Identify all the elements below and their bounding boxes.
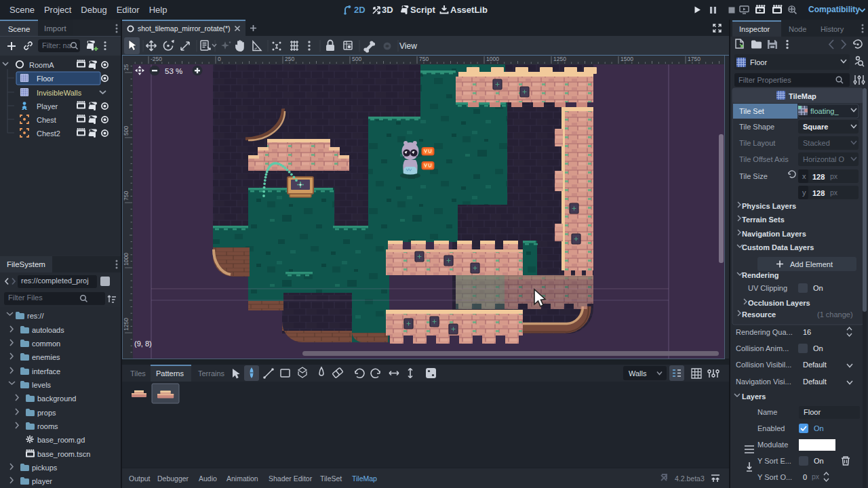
svg-text:Y Sort O...: Y Sort O... [757, 473, 792, 481]
svg-text:-250: -250 [151, 56, 162, 62]
svg-text:128: 128 [812, 173, 825, 181]
svg-text:750: 750 [419, 56, 429, 62]
svg-text:Shader Editor: Shader Editor [269, 474, 313, 483]
svg-text:res://: res:// [27, 312, 44, 320]
svg-text:1250: 1250 [553, 56, 566, 62]
svg-text:View: View [399, 41, 417, 51]
svg-text:base_room.gd: base_room.gd [37, 436, 85, 444]
svg-text:Walls: Walls [629, 369, 647, 378]
svg-text:1250: 1250 [123, 318, 130, 331]
svg-text:History: History [821, 25, 844, 33]
svg-text:1000: 1000 [123, 253, 130, 266]
svg-text:UV Clipping: UV Clipping [748, 284, 787, 292]
svg-text:Rendering: Rendering [742, 271, 778, 279]
svg-text:Modulate: Modulate [757, 441, 788, 449]
svg-text:player: player [32, 477, 52, 485]
svg-text:Tiles: Tiles [130, 369, 146, 378]
svg-text:53 %: 53 % [165, 67, 182, 75]
svg-text:Animation: Animation [226, 474, 258, 483]
svg-text:Floor: Floor [37, 75, 54, 83]
svg-text:16: 16 [803, 328, 811, 336]
svg-text:Default: Default [803, 361, 827, 369]
svg-text:props: props [37, 409, 56, 417]
svg-text:Add Element: Add Element [790, 260, 833, 268]
svg-text:Tile Shape: Tile Shape [739, 123, 774, 131]
svg-text:0: 0 [218, 56, 221, 62]
svg-text:Patterns: Patterns [156, 369, 184, 378]
svg-text:250: 250 [123, 64, 130, 70]
svg-text:enemies: enemies [32, 353, 60, 361]
svg-text:Collision Anim...: Collision Anim... [736, 344, 789, 352]
svg-text:TileMap: TileMap [352, 474, 377, 483]
svg-text:Filter Properties: Filter Properties [738, 76, 791, 84]
svg-text:Navigation Visi...: Navigation Visi... [736, 378, 791, 386]
svg-text:Inspector: Inspector [739, 25, 770, 33]
svg-text:levels: levels [32, 381, 52, 389]
svg-text:TileSet: TileSet [320, 474, 342, 483]
svg-text:x: x [802, 172, 806, 180]
svg-text:px: px [830, 172, 838, 180]
svg-text:base_room.tscn: base_room.tscn [37, 450, 90, 458]
svg-text:px: px [830, 188, 838, 197]
svg-text:On: On [813, 284, 823, 292]
svg-text:Collision Visibil...: Collision Visibil... [736, 361, 791, 369]
svg-text:RoomA: RoomA [29, 61, 54, 69]
svg-text:InvisibleWalls: InvisibleWalls [37, 89, 82, 97]
svg-text:Default: Default [803, 378, 827, 386]
svg-text:TileMap: TileMap [789, 92, 816, 100]
svg-text:Debugger: Debugger [157, 474, 189, 483]
svg-text:Floor: Floor [750, 58, 767, 66]
svg-text:Layers: Layers [742, 392, 766, 401]
svg-text:Tile Size: Tile Size [739, 172, 768, 180]
svg-text:Stacked: Stacked [803, 139, 830, 147]
svg-text:interface: interface [32, 367, 60, 375]
svg-text:500: 500 [352, 56, 361, 62]
svg-text:Y Sort E...: Y Sort E... [757, 457, 791, 465]
svg-text:0: 0 [803, 473, 807, 481]
svg-text:background: background [37, 394, 77, 403]
svg-text:(1 change): (1 change) [817, 310, 853, 319]
svg-text:(9, 8): (9, 8) [134, 340, 152, 348]
svg-text:Terrain Sets: Terrain Sets [742, 216, 785, 224]
svg-text:px: px [812, 472, 820, 481]
svg-text:On: On [813, 344, 823, 352]
svg-text:Navigation Layers: Navigation Layers [742, 230, 806, 238]
svg-text:1000: 1000 [486, 56, 499, 62]
svg-text:Output: Output [129, 474, 151, 483]
svg-text:Horizontal O: Horizontal O [803, 155, 845, 163]
svg-text:On: On [814, 424, 824, 432]
svg-text:Enabled: Enabled [757, 424, 785, 432]
svg-text:Resource: Resource [742, 310, 776, 319]
svg-text:Tile Layout: Tile Layout [739, 139, 775, 147]
svg-text:Player: Player [37, 102, 58, 110]
svg-text:Audio: Audio [199, 474, 217, 483]
svg-text:Physics Layers: Physics Layers [742, 202, 796, 210]
svg-text:Occlusion Layers: Occlusion Layers [748, 299, 810, 307]
svg-text:Tile Offset Axis: Tile Offset Axis [739, 155, 789, 163]
svg-text:floating_: floating_ [810, 107, 839, 115]
svg-text:autoloads: autoloads [32, 326, 64, 334]
svg-text:Name: Name [757, 408, 777, 416]
svg-text:rooms: rooms [37, 422, 58, 430]
svg-text:Chest2: Chest2 [37, 129, 60, 138]
svg-text:Custom Data Layers: Custom Data Layers [742, 243, 814, 251]
svg-text:Tile Set: Tile Set [739, 107, 764, 115]
svg-text:Square: Square [803, 123, 828, 131]
svg-text:common: common [32, 340, 60, 348]
svg-text:500: 500 [123, 126, 130, 136]
svg-text:Chest: Chest [37, 116, 56, 124]
svg-text:128: 128 [812, 189, 825, 197]
svg-text:pickups: pickups [32, 464, 58, 472]
svg-text:4.2.beta3: 4.2.beta3 [675, 474, 705, 483]
svg-text:y: y [802, 188, 806, 197]
svg-text:On: On [814, 457, 824, 465]
svg-text:Node: Node [789, 25, 806, 33]
svg-text:1500: 1500 [620, 56, 633, 62]
svg-text:Floor: Floor [804, 408, 821, 416]
svg-text:Rendering Qua...: Rendering Qua... [736, 328, 793, 336]
svg-text:Terrains: Terrains [198, 369, 225, 378]
svg-text:750: 750 [123, 191, 130, 201]
svg-text:250: 250 [285, 56, 294, 62]
svg-text:1750: 1750 [688, 56, 701, 62]
